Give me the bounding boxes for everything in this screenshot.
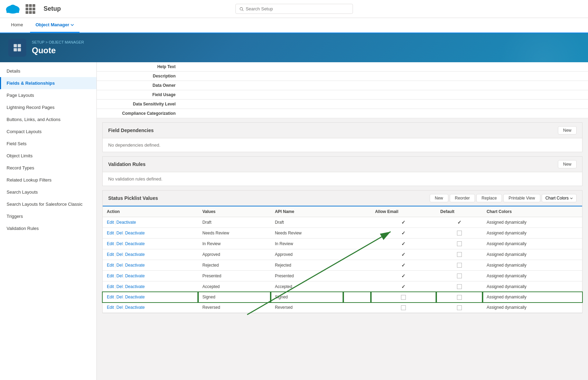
edit-link[interactable]: Edit bbox=[107, 252, 114, 257]
sidebar-item-details[interactable]: Details bbox=[0, 65, 96, 77]
edit-link[interactable]: Edit bbox=[107, 274, 114, 278]
sidebar-item-record-types[interactable]: Record Types bbox=[0, 162, 96, 174]
validation-rules-header: Validation Rules New bbox=[103, 157, 582, 172]
default-cell bbox=[436, 292, 483, 303]
deactivate-link[interactable]: Deactivate bbox=[125, 231, 145, 235]
action-cell: Edit|Del|Deactivate bbox=[103, 271, 198, 281]
col-values: Values bbox=[198, 206, 271, 217]
api-name-cell: In Review bbox=[271, 239, 343, 249]
allow-email-cell: ✓ bbox=[371, 281, 436, 292]
value-cell: Needs Review bbox=[198, 228, 271, 239]
del-link[interactable]: Del bbox=[116, 252, 123, 257]
deactivate-link[interactable]: Deactivate bbox=[125, 284, 145, 289]
allow-email-check: ✓ bbox=[401, 273, 405, 279]
breadcrumb-object-manager[interactable]: OBJECT MANAGER bbox=[49, 40, 84, 44]
deactivate-link[interactable]: Deactivate bbox=[125, 305, 145, 310]
deactivate-link[interactable]: Deactivate bbox=[116, 220, 136, 225]
edit-link[interactable]: Edit bbox=[107, 231, 114, 235]
edit-link[interactable]: Edit bbox=[107, 263, 114, 268]
value-cell: Signed bbox=[198, 292, 271, 303]
svg-point-5 bbox=[240, 7, 243, 10]
search-bar[interactable] bbox=[235, 4, 353, 14]
del-link[interactable]: Del bbox=[116, 241, 123, 246]
search-icon bbox=[239, 7, 244, 11]
chart-color-cell: Assigned dynamically bbox=[483, 260, 582, 271]
spacer-cell bbox=[343, 302, 371, 313]
svg-rect-7 bbox=[14, 44, 17, 47]
sidebar-item-buttons-links-actions[interactable]: Buttons, Links, and Actions bbox=[0, 113, 96, 126]
sidebar-item-fields-relationships[interactable]: Fields & Relationships bbox=[0, 77, 96, 89]
picklist-title: Status Picklist Values bbox=[108, 195, 158, 201]
picklist-chart-colors-button[interactable]: Chart Colors bbox=[542, 194, 577, 202]
deactivate-link[interactable]: Deactivate bbox=[125, 295, 145, 299]
spacer-cell bbox=[343, 271, 371, 281]
table-row: Edit|Del|DeactivateReversedReversedAssig… bbox=[103, 302, 582, 313]
edit-link[interactable]: Edit bbox=[107, 284, 114, 289]
top-nav: Setup bbox=[0, 0, 588, 18]
picklist-new-button[interactable]: New bbox=[430, 194, 448, 202]
field-dependencies-title: Field Dependencies bbox=[108, 128, 153, 133]
action-cell: Edit|Del|Deactivate bbox=[103, 281, 198, 292]
allow-email-check: ✓ bbox=[401, 220, 405, 225]
edit-link[interactable]: Edit bbox=[107, 295, 114, 299]
table-row: Edit|Del|DeactivateAcceptedAccepted✓Assi… bbox=[103, 281, 582, 292]
edit-link[interactable]: Edit bbox=[107, 241, 114, 246]
sidebar-item-page-layouts[interactable]: Page Layouts bbox=[0, 89, 96, 101]
breadcrumb-setup[interactable]: SETUP bbox=[32, 40, 44, 44]
picklist-reorder-button[interactable]: Reorder bbox=[450, 194, 475, 202]
svg-line-6 bbox=[242, 10, 243, 11]
app-launcher-icon[interactable] bbox=[26, 4, 35, 14]
del-link[interactable]: Del bbox=[116, 231, 123, 235]
del-link[interactable]: Del bbox=[116, 305, 123, 310]
sidebar-item-lightning-record-pages[interactable]: Lightning Record Pages bbox=[0, 101, 96, 113]
field-info-sensitivity: Data Sensitivity Level bbox=[97, 100, 588, 109]
sidebar: Details Fields & Relationships Page Layo… bbox=[0, 62, 97, 380]
validation-rules-section: Validation Rules New No validation rules… bbox=[102, 156, 582, 186]
field-dependencies-new-button[interactable]: New bbox=[558, 126, 577, 135]
table-row: Edit|Del|DeactivateIn ReviewIn Review✓As… bbox=[103, 239, 582, 249]
field-info-data-owner: Data Owner bbox=[97, 81, 588, 90]
validation-rules-body: No validation rules defined. bbox=[103, 172, 582, 186]
sidebar-item-search-layouts-classic[interactable]: Search Layouts for Salesforce Classic bbox=[0, 198, 96, 210]
field-info-section: Help Text Description Data Owner Field U… bbox=[97, 62, 588, 118]
sidebar-item-related-lookup-filters[interactable]: Related Lookup Filters bbox=[0, 174, 96, 186]
validation-rules-new-button[interactable]: New bbox=[558, 160, 577, 168]
sidebar-item-search-layouts[interactable]: Search Layouts bbox=[0, 186, 96, 198]
del-link[interactable]: Del bbox=[116, 295, 123, 299]
chart-color-cell: Assigned dynamically bbox=[483, 302, 582, 313]
deactivate-link[interactable]: Deactivate bbox=[125, 263, 145, 268]
search-input[interactable] bbox=[246, 6, 349, 11]
chart-color-cell: Assigned dynamically bbox=[483, 249, 582, 260]
api-name-cell: Accepted bbox=[271, 281, 343, 292]
picklist-button-group: New Reorder Replace Printable View Chart… bbox=[430, 194, 577, 202]
api-name-cell: Signed bbox=[271, 292, 343, 303]
api-name-cell: Approved bbox=[271, 249, 343, 260]
del-link[interactable]: Del bbox=[116, 274, 123, 278]
allow-email-cell: ✓ bbox=[371, 260, 436, 271]
del-link[interactable]: Del bbox=[116, 284, 123, 289]
allow-email-empty bbox=[401, 295, 406, 300]
sidebar-item-validation-rules[interactable]: Validation Rules bbox=[0, 222, 96, 234]
deactivate-link[interactable]: Deactivate bbox=[125, 274, 145, 278]
value-cell: Draft bbox=[198, 217, 271, 228]
spacer-cell bbox=[343, 217, 371, 228]
edit-link[interactable]: Edit bbox=[107, 305, 114, 310]
col-action: Action bbox=[103, 206, 198, 217]
del-link[interactable]: Del bbox=[116, 263, 123, 268]
tab-home[interactable]: Home bbox=[6, 18, 29, 33]
deactivate-link[interactable]: Deactivate bbox=[125, 252, 145, 257]
picklist-replace-button[interactable]: Replace bbox=[476, 194, 502, 202]
validation-rules-title: Validation Rules bbox=[108, 161, 146, 167]
default-cell bbox=[436, 228, 483, 239]
chart-color-cell: Assigned dynamically bbox=[483, 281, 582, 292]
sidebar-item-triggers[interactable]: Triggers bbox=[0, 210, 96, 222]
tab-object-manager[interactable]: Object Manager bbox=[30, 18, 80, 33]
sidebar-item-object-limits[interactable]: Object Limits bbox=[0, 150, 96, 162]
sidebar-item-compact-layouts[interactable]: Compact Layouts bbox=[0, 126, 96, 138]
sidebar-item-field-sets[interactable]: Field Sets bbox=[0, 138, 96, 150]
deactivate-link[interactable]: Deactivate bbox=[125, 241, 145, 246]
edit-link[interactable]: Edit bbox=[107, 220, 114, 225]
picklist-printable-view-button[interactable]: Printable View bbox=[503, 194, 540, 202]
default-empty bbox=[457, 274, 462, 278]
allow-email-cell: ✓ bbox=[371, 249, 436, 260]
